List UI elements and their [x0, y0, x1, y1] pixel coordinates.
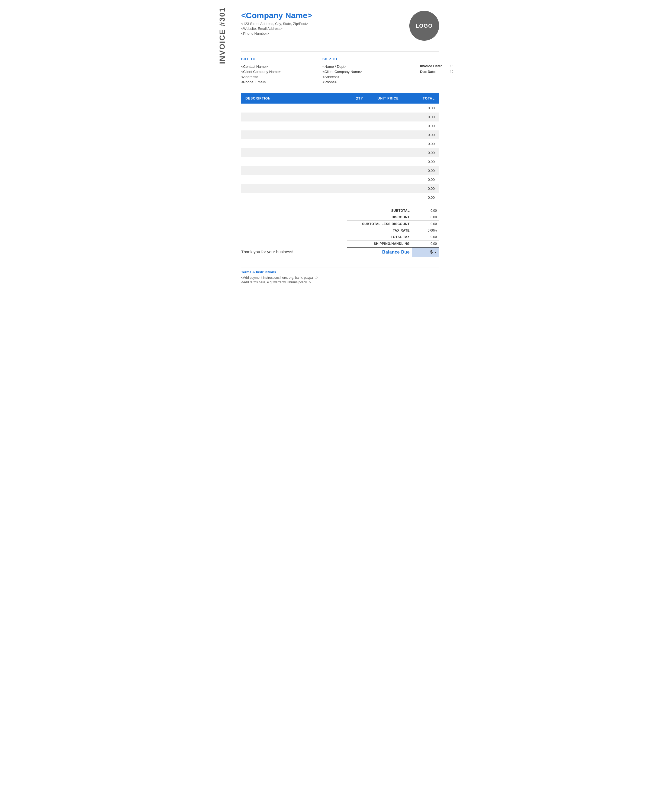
ship-to-block: SHIP TO <Name / Dept> <Client Company Na… — [323, 57, 404, 85]
invoice-date-value: 11/11/11 — [450, 64, 453, 68]
cell-unit_price — [366, 130, 401, 139]
shipping-value: 0.00 — [412, 240, 439, 248]
cell-total: 0.00 — [402, 184, 439, 193]
total-tax-label: TOTAL TAX — [347, 234, 412, 240]
subtotal-value: 0.00 — [412, 207, 439, 214]
cell-total: 0.00 — [402, 148, 439, 157]
table-row: 0.00 — [241, 148, 439, 157]
tax-rate-value: 0.00% — [412, 227, 439, 234]
col-unit-price: UNIT PRICE — [366, 93, 401, 104]
company-address: <123 Street Address, City, State, Zip/Po… — [241, 22, 409, 26]
totals-table: SUBTOTAL 0.00 DISCOUNT 0.00 SUBTOTAL LES… — [347, 207, 439, 257]
company-phone: <Phone Number> — [241, 32, 409, 35]
shipping-label: SHIPPING/HANDLING — [347, 240, 412, 248]
discount-value: 0.00 — [412, 214, 439, 221]
subtotal-row: SUBTOTAL 0.00 — [347, 207, 439, 214]
terms-section: Terms & Instructions <Add payment instru… — [241, 268, 439, 284]
table-row: 0.00 — [241, 139, 439, 148]
cell-unit_price — [366, 184, 401, 193]
addresses-section: BILL TO <Contact Name> <Client Company N… — [241, 57, 439, 85]
cell-qty — [340, 112, 366, 122]
subtotal-less-discount-row: SUBTOTAL LESS DISCOUNT 0.00 — [347, 221, 439, 228]
cell-unit_price — [366, 104, 401, 112]
due-date-label: Due Date: — [420, 70, 450, 74]
invoice-vertical-label: INVOICE #301 — [219, 7, 227, 64]
cell-qty — [340, 157, 366, 166]
balance-due-dollar: $ — [430, 250, 433, 255]
ship-to-address: <Address> — [323, 75, 404, 79]
cell-total: 0.00 — [402, 104, 439, 112]
cell-description — [241, 122, 340, 130]
table-row: 0.00 — [241, 193, 439, 202]
logo: LOGO — [409, 11, 439, 41]
cell-total: 0.00 — [402, 175, 439, 184]
tax-rate-row: TAX RATE 0.00% — [347, 227, 439, 234]
cell-qty — [340, 122, 366, 130]
cell-unit_price — [366, 157, 401, 166]
ship-to-company: <Client Company Name> — [323, 70, 404, 74]
bill-to-block: BILL TO <Contact Name> <Client Company N… — [241, 57, 323, 85]
header: <Company Name> <123 Street Address, City… — [241, 11, 439, 41]
cell-description — [241, 148, 340, 157]
company-website-email: <Website, Email Address> — [241, 27, 409, 30]
total-tax-value: 0.00 — [412, 234, 439, 240]
col-total: TOTAL — [402, 93, 439, 104]
col-qty: QTY — [340, 93, 366, 104]
cell-qty — [340, 148, 366, 157]
discount-row: DISCOUNT 0.00 — [347, 214, 439, 221]
cell-qty — [340, 139, 366, 148]
cell-description — [241, 193, 340, 202]
items-table: DESCRIPTION QTY UNIT PRICE TOTAL 0.000.0… — [241, 93, 439, 202]
table-row: 0.00 — [241, 130, 439, 139]
balance-due-label: Balance Due — [347, 247, 412, 257]
cell-total: 0.00 — [402, 193, 439, 202]
invoice-meta: Invoice Date: 11/11/11 Due Date: 12/12/1… — [404, 57, 453, 75]
cell-qty — [340, 193, 366, 202]
balance-due-value: $- — [412, 247, 439, 257]
table-header-row: DESCRIPTION QTY UNIT PRICE TOTAL — [241, 93, 439, 104]
balance-due-amount: - — [435, 250, 436, 254]
subtotal-less-discount-label: SUBTOTAL LESS DISCOUNT — [347, 221, 412, 228]
tax-rate-label: TAX RATE — [347, 227, 412, 234]
bill-to-label: BILL TO — [241, 57, 323, 62]
cell-total: 0.00 — [402, 157, 439, 166]
table-row: 0.00 — [241, 184, 439, 193]
cell-description — [241, 130, 340, 139]
ship-to-phone: <Phone> — [323, 80, 404, 84]
terms-line-1: <Add payment instructions here, e.g: ban… — [241, 276, 439, 280]
invoice-date-label: Invoice Date: — [420, 64, 450, 68]
due-date-row: Due Date: 12/12/12 — [420, 70, 453, 74]
invoice-date-row: Invoice Date: 11/11/11 — [420, 64, 453, 68]
cell-description — [241, 112, 340, 122]
cell-unit_price — [366, 175, 401, 184]
cell-unit_price — [366, 112, 401, 122]
subtotal-less-discount-value: 0.00 — [412, 221, 439, 228]
bill-to-company: <Client Company Name> — [241, 70, 323, 74]
cell-description — [241, 157, 340, 166]
bill-to-contact: <Contact Name> — [241, 64, 323, 69]
table-row: 0.00 — [241, 122, 439, 130]
total-tax-row: TOTAL TAX 0.00 — [347, 234, 439, 240]
shipping-row: SHIPPING/HANDLING 0.00 — [347, 240, 439, 248]
discount-label: DISCOUNT — [347, 214, 412, 221]
cell-total: 0.00 — [402, 112, 439, 122]
cell-unit_price — [366, 148, 401, 157]
cell-description — [241, 139, 340, 148]
thank-you-message: Thank you for your business! — [241, 250, 347, 257]
cell-total: 0.00 — [402, 122, 439, 130]
terms-line-2: <Add terms here, e.g: warranty, returns … — [241, 280, 439, 284]
cell-unit_price — [366, 139, 401, 148]
cell-qty — [340, 104, 366, 112]
table-row: 0.00 — [241, 175, 439, 184]
cell-unit_price — [366, 122, 401, 130]
balance-due-row: Balance Due $- — [347, 247, 439, 257]
cell-total: 0.00 — [402, 130, 439, 139]
table-row: 0.00 — [241, 112, 439, 122]
cell-qty — [340, 166, 366, 175]
bill-to-address: <Address> — [241, 75, 323, 79]
bill-to-phone-email: <Phone, Email> — [241, 80, 323, 84]
ship-to-name: <Name / Dept> — [323, 64, 404, 69]
table-row: 0.00 — [241, 166, 439, 175]
bottom-section: Thank you for your business! SUBTOTAL 0.… — [241, 207, 439, 257]
cell-description — [241, 184, 340, 193]
